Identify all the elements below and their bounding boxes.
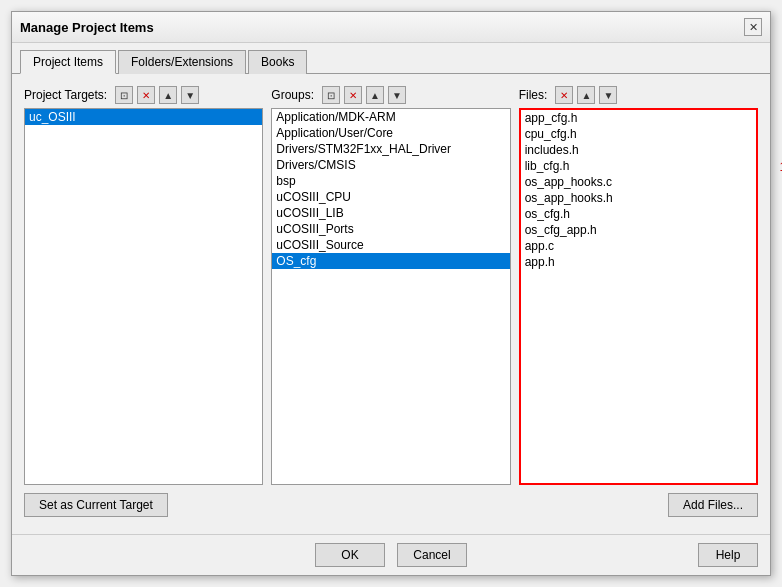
set-current-target-button[interactable]: Set as Current Target (24, 493, 168, 517)
list-item[interactable]: Drivers/CMSIS (272, 157, 509, 173)
list-item[interactable]: os_cfg.h (521, 206, 756, 222)
ok-button[interactable]: OK (315, 543, 385, 567)
list-item[interactable]: os_cfg_app.h (521, 222, 756, 238)
targets-header: Project Targets: ⊡ ✕ ▲ ▼ (24, 86, 263, 104)
groups-list[interactable]: Application/MDK-ARM Application/User/Cor… (271, 108, 510, 485)
targets-down-button[interactable]: ▼ (181, 86, 199, 104)
left-buttons: Set as Current Target (24, 493, 168, 517)
files-down-button[interactable]: ▼ (599, 86, 617, 104)
files-column: Files: ✕ ▲ ▼ app_cfg.h cpu_cfg.h (519, 86, 758, 485)
close-button[interactable]: ✕ (744, 18, 762, 36)
tab-books[interactable]: Books (248, 50, 307, 74)
list-item[interactable]: app_cfg.h (521, 110, 756, 126)
targets-delete-button[interactable]: ✕ (137, 86, 155, 104)
groups-label: Groups: (271, 88, 314, 102)
list-item[interactable]: app.c (521, 238, 756, 254)
bottom-buttons-row: Set as Current Target Add Files... (24, 485, 758, 517)
targets-label: Project Targets: (24, 88, 107, 102)
targets-up-button[interactable]: ▲ (159, 86, 177, 104)
tab-folders-extensions[interactable]: Folders/Extensions (118, 50, 246, 74)
cancel-button[interactable]: Cancel (397, 543, 467, 567)
targets-list[interactable]: uc_OSIII (24, 108, 263, 485)
files-list[interactable]: app_cfg.h cpu_cfg.h includes.h lib_cfg.h… (519, 108, 758, 485)
content-area: Project Targets: ⊡ ✕ ▲ ▼ uc_OSIII (12, 74, 770, 565)
list-item[interactable]: includes.h (521, 142, 756, 158)
dialog-title: Manage Project Items (20, 20, 154, 35)
list-item[interactable]: OS_cfg (272, 253, 509, 269)
groups-down-button[interactable]: ▼ (388, 86, 406, 104)
footer: OK Cancel Help (12, 534, 770, 575)
files-label: Files: (519, 88, 548, 102)
tab-project-items[interactable]: Project Items (20, 50, 116, 74)
list-item[interactable]: Application/MDK-ARM (272, 109, 509, 125)
targets-column: Project Targets: ⊡ ✕ ▲ ▼ uc_OSIII (24, 86, 263, 485)
list-item[interactable]: bsp (272, 173, 509, 189)
groups-delete-button[interactable]: ✕ (344, 86, 362, 104)
list-item[interactable]: uCOSIII_Source (272, 237, 509, 253)
targets-new-button[interactable]: ⊡ (115, 86, 133, 104)
groups-new-button[interactable]: ⊡ (322, 86, 340, 104)
groups-column: Groups: ⊡ ✕ ▲ ▼ Application/MDK-ARM (271, 86, 510, 485)
tabs-bar: Project Items Folders/Extensions Books (12, 43, 770, 74)
files-up-button[interactable]: ▲ (577, 86, 595, 104)
right-buttons: Add Files... (668, 493, 758, 517)
list-item[interactable]: app.h (521, 254, 756, 270)
manage-project-items-dialog: Manage Project Items ✕ Project Items Fol… (11, 11, 771, 576)
list-item[interactable]: uc_OSIII (25, 109, 262, 125)
list-item[interactable]: uCOSIII_LIB (272, 205, 509, 221)
columns-area: Project Targets: ⊡ ✕ ▲ ▼ uc_OSIII (24, 86, 758, 485)
list-item[interactable]: Drivers/STM32F1xx_HAL_Driver (272, 141, 509, 157)
list-item[interactable]: uCOSIII_CPU (272, 189, 509, 205)
list-item[interactable]: uCOSIII_Ports (272, 221, 509, 237)
groups-up-button[interactable]: ▲ (366, 86, 384, 104)
files-header: Files: ✕ ▲ ▼ (519, 86, 758, 104)
title-bar: Manage Project Items ✕ (12, 12, 770, 43)
help-button[interactable]: Help (698, 543, 758, 567)
list-item[interactable]: os_app_hooks.c (521, 174, 756, 190)
list-item[interactable]: lib_cfg.h (521, 158, 756, 174)
list-item[interactable]: Application/User/Core (272, 125, 509, 141)
list-item[interactable]: os_app_hooks.h (521, 190, 756, 206)
list-item[interactable]: cpu_cfg.h (521, 126, 756, 142)
add-files-button[interactable]: Add Files... (668, 493, 758, 517)
files-delete-button[interactable]: ✕ (555, 86, 573, 104)
groups-header: Groups: ⊡ ✕ ▲ ▼ (271, 86, 510, 104)
